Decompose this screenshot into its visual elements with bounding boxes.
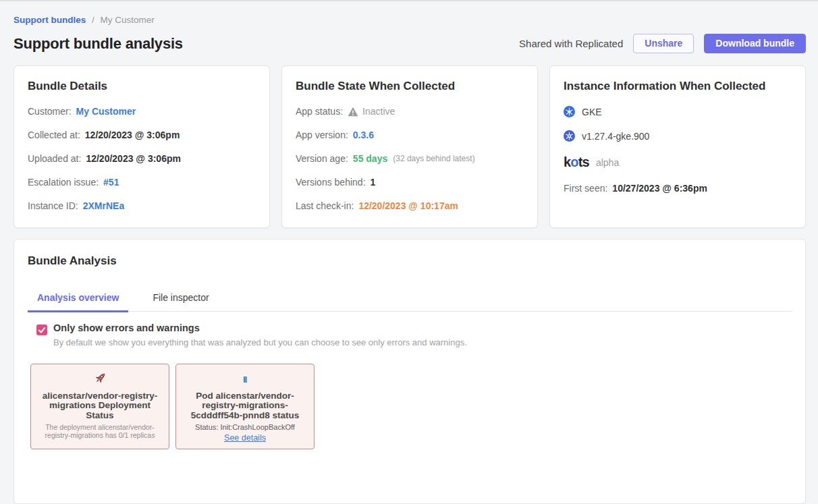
kots-logo-ts: ts <box>578 155 589 169</box>
bundle-analysis-title: Bundle Analysis <box>28 254 792 268</box>
version-age-row: Version age: 55 days (32 days behind lat… <box>296 153 524 164</box>
instance-id-link[interactable]: 2XMrNEa <box>83 200 124 211</box>
app-version-row: App version: 0.3.6 <box>296 130 524 140</box>
version-age-label: Version age: <box>296 153 348 164</box>
bundle-details-card: Bundle Details Customer: My Customer Col… <box>13 65 270 228</box>
error-card-title: alicenstar/vendor-registry-migrations De… <box>36 391 163 420</box>
warning-icon <box>348 107 358 117</box>
filter-label: Only show errors and warnings <box>53 323 467 333</box>
error-icon-row <box>36 371 163 387</box>
versions-behind-row: Versions behind: 1 <box>296 177 524 188</box>
unshare-button[interactable]: Unshare <box>633 34 694 53</box>
instance-info-card: Instance Information When Collected <box>549 65 806 228</box>
uploaded-at-value: 12/20/2023 @ 3:06pm <box>86 153 181 164</box>
page-header: Support bundle analysis Shared with Repl… <box>13 34 806 53</box>
collected-at-row: Collected at: 12/20/2023 @ 3:06pm <box>28 130 256 140</box>
kots-channel-value: alpha <box>596 157 619 168</box>
escalation-issue-row: Escalation issue: #51 <box>28 177 256 188</box>
instance-id-label: Instance ID: <box>28 200 78 211</box>
app-version-label: App version: <box>296 130 348 140</box>
escalation-issue-label: Escalation issue: <box>28 177 99 188</box>
distribution-row: GKE <box>564 106 792 117</box>
version-age-note: (32 days behind latest) <box>393 154 474 163</box>
app-status-value: Inactive <box>362 106 395 117</box>
pod-status-error-card[interactable]: Pod alicenstar/vendor-registry-migration… <box>175 364 315 449</box>
k8s-version-row: v1.27.4-gke.900 <box>564 130 792 142</box>
app-version-link[interactable]: 0.3.6 <box>353 130 374 140</box>
filter-description: By default we show you everything that w… <box>53 337 467 347</box>
distribution-value: GKE <box>582 107 602 117</box>
last-checkin-row: Last check-in: 12/20/2023 @ 10:17am <box>296 200 524 211</box>
first-seen-row: First seen: 10/27/2023 @ 6:36pm <box>564 183 792 194</box>
kots-row: kots alpha <box>564 155 792 170</box>
first-seen-value: 10/27/2023 @ 6:36pm <box>612 183 707 194</box>
breadcrumb-support-bundles-link[interactable]: Support bundles <box>13 15 86 25</box>
support-bundle-page: Support bundles / My Customer Support bu… <box>0 1 818 504</box>
customer-label: Customer: <box>28 106 72 117</box>
error-card-description: The deployment alicenstar/vendor-registr… <box>36 423 163 440</box>
analysis-tabs: Analysis overview File inspector <box>28 287 792 312</box>
kots-logo: kots <box>564 155 589 170</box>
error-card-status: Status: Init:CrashLoopBackOff <box>182 423 308 431</box>
bundle-analysis-card: Bundle Analysis Analysis overview File i… <box>13 239 806 504</box>
shared-status-text: Shared with Replicated <box>519 38 623 49</box>
error-icon-row <box>182 371 308 387</box>
customer-link[interactable]: My Customer <box>76 106 136 117</box>
header-actions: Shared with Replicated Unshare Download … <box>519 34 806 53</box>
breadcrumb: Support bundles / My Customer <box>13 1 806 25</box>
deployment-status-error-card[interactable]: alicenstar/vendor-registry-migrations De… <box>30 364 169 449</box>
customer-row: Customer: My Customer <box>28 106 256 117</box>
uploaded-at-row: Uploaded at: 12/20/2023 @ 3:06pm <box>28 153 256 164</box>
collected-at-label: Collected at: <box>28 130 80 140</box>
breadcrumb-separator: / <box>92 15 94 25</box>
page-title: Support bundle analysis <box>13 35 183 53</box>
summary-cards-row: Bundle Details Customer: My Customer Col… <box>13 65 806 228</box>
tab-analysis-overview[interactable]: Analysis overview <box>28 287 128 312</box>
see-details-link[interactable]: See details <box>224 433 266 443</box>
kubernetes-icon <box>564 106 575 117</box>
app-status-label: App status: <box>296 106 343 117</box>
error-card-title: Pod alicenstar/vendor-registry-migration… <box>182 391 308 420</box>
first-seen-label: First seen: <box>564 183 607 194</box>
kubernetes-icon <box>564 130 575 142</box>
instance-info-title: Instance Information When Collected <box>564 80 792 93</box>
app-status-row: App status: Inactive <box>296 106 524 117</box>
errors-warnings-filter: Only show errors and warnings By default… <box>36 323 792 347</box>
kots-logo-k: k <box>564 155 570 169</box>
versions-behind-value: 1 <box>371 177 376 188</box>
breadcrumb-current: My Customer <box>101 15 155 25</box>
errors-warnings-checkbox[interactable] <box>36 325 47 335</box>
instance-id-row: Instance ID: 2XMrNEa <box>28 200 256 211</box>
bundle-details-title: Bundle Details <box>28 80 256 93</box>
pod-icon <box>244 376 247 383</box>
version-age-value: 55 days <box>353 153 387 164</box>
last-checkin-value: 12/20/2023 @ 10:17am <box>358 200 458 211</box>
bundle-state-card: Bundle State When Collected App status: … <box>281 65 538 228</box>
k8s-version-value: v1.27.4-gke.900 <box>582 131 649 142</box>
bundle-state-title: Bundle State When Collected <box>296 80 524 93</box>
kots-logo-o: o <box>570 155 578 169</box>
versions-behind-label: Versions behind: <box>296 177 366 188</box>
escalation-issue-link[interactable]: #51 <box>103 177 119 188</box>
analysis-results: alicenstar/vendor-registry-migrations De… <box>30 364 792 449</box>
tab-file-inspector[interactable]: File inspector <box>143 287 218 312</box>
uploaded-at-label: Uploaded at: <box>28 153 81 164</box>
collected-at-value: 12/20/2023 @ 3:06pm <box>85 130 180 140</box>
last-checkin-label: Last check-in: <box>296 200 354 211</box>
download-bundle-button[interactable]: Download bundle <box>704 34 806 53</box>
rocket-icon <box>93 371 107 388</box>
